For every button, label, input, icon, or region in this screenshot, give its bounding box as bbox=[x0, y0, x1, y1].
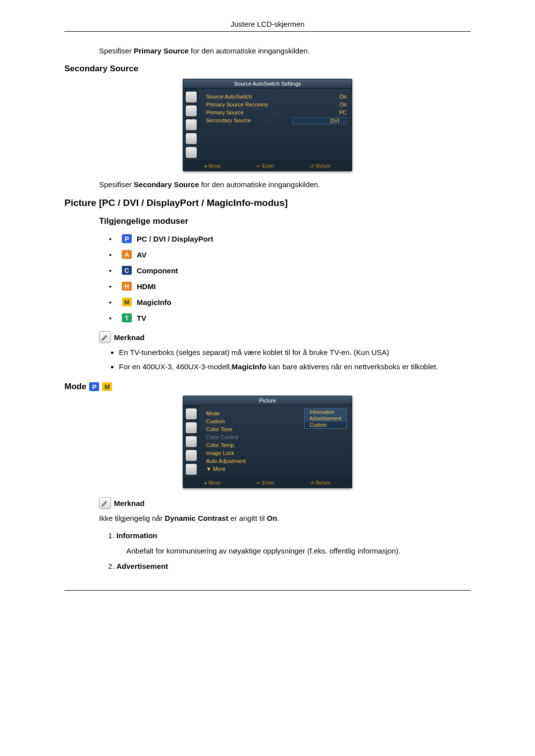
osd-title: Source AutoSwitch Settings bbox=[183, 79, 352, 89]
osd-dropdown-item: Custom bbox=[305, 422, 346, 428]
osd-dropdown: Information Advertisement Custom bbox=[304, 408, 347, 429]
mode-icon-m: M bbox=[102, 382, 112, 391]
note-heading: Merknad bbox=[99, 331, 471, 343]
mode-icon-p: P bbox=[89, 382, 99, 391]
mode-label: AV bbox=[137, 251, 147, 259]
osd-row: Color Temp. bbox=[206, 441, 347, 449]
osd-source-autoswitch: Source AutoSwitch Settings Source AutoSw… bbox=[64, 79, 471, 171]
secondary-source-text: Spesifiser Secondary Source for den auto… bbox=[99, 180, 471, 189]
osd-value: On bbox=[307, 94, 347, 100]
osd-dropdown-item: Advertisement bbox=[305, 415, 346, 422]
osd-row: Color Control bbox=[206, 433, 347, 441]
available-modes-heading: Tilgjengelige moduser bbox=[99, 216, 471, 226]
mode-item: A AV bbox=[109, 250, 471, 259]
note-heading: Merknad bbox=[99, 497, 471, 509]
note2-text: Ikke tilgjengelig når Dynamic Contrast e… bbox=[99, 514, 471, 522]
text-strong: Primary Source bbox=[134, 47, 189, 55]
osd-title: Picture bbox=[183, 396, 352, 405]
mode-label: Component bbox=[137, 266, 178, 275]
osd-side-icon bbox=[186, 147, 197, 158]
mode-item: C Component bbox=[109, 266, 471, 275]
osd-label: Mode bbox=[206, 410, 220, 416]
text-strong: On bbox=[267, 514, 277, 522]
mode-icon-t: T bbox=[122, 313, 132, 322]
mode-label: MagicInfo bbox=[137, 298, 171, 306]
osd-dropdown-item: Information bbox=[305, 409, 346, 415]
osd-side-icons bbox=[183, 89, 199, 161]
osd-footer: ♦ Move ↵ Enter ↺ Return bbox=[183, 478, 352, 488]
osd-side-icons bbox=[183, 405, 199, 478]
mode-heading: Mode bbox=[64, 382, 86, 392]
primary-source-text: Spesifiser Primary Source for den automa… bbox=[99, 47, 471, 55]
osd-picture: Picture Mode: Information Advertisement bbox=[64, 396, 471, 488]
pencil-icon bbox=[99, 331, 111, 343]
list-item-title: Advertisement bbox=[116, 562, 471, 570]
mode-item: M MagicInfo bbox=[109, 298, 471, 306]
osd-row: Secondary Source: DVI bbox=[206, 116, 347, 125]
mode-icon-h: H bbox=[122, 282, 132, 291]
mode-label: TV bbox=[137, 314, 146, 322]
mode-item: H HDMI bbox=[109, 282, 471, 291]
osd-value-selected: DVI bbox=[292, 117, 347, 124]
text: for den automatiske inngangskilden. bbox=[189, 47, 310, 55]
osd-side-icon bbox=[186, 436, 197, 447]
osd-label: Primary Source Recovery bbox=[206, 101, 268, 107]
mode-icon-a: A bbox=[122, 250, 132, 259]
note-bullet: En TV-tunerboks (selges separat) må være… bbox=[119, 347, 471, 357]
note-bullet: For en 400UX-3, 460UX-3-modell,MagicInfo… bbox=[119, 361, 471, 372]
text: Spesifiser bbox=[99, 180, 134, 189]
note-label: Merknad bbox=[114, 333, 145, 342]
note-bullets: En TV-tunerboks (selges separat) må være… bbox=[119, 347, 471, 372]
osd-footer: ♦ Move ↵ Enter ↺ Return bbox=[183, 161, 352, 171]
osd-value: PC bbox=[307, 109, 347, 115]
pencil-icon bbox=[99, 497, 111, 509]
footer-rule bbox=[64, 590, 471, 591]
note-label: Merknad bbox=[114, 499, 145, 507]
list-item: Advertisement bbox=[116, 562, 471, 570]
list-item-title: Information bbox=[116, 531, 471, 540]
mode-item: P PC / DVI / DisplayPort bbox=[109, 234, 471, 243]
osd-foot-return: ↺ Return bbox=[310, 480, 330, 486]
osd-row: Auto Adjustment bbox=[206, 457, 347, 465]
osd-side-icon bbox=[186, 133, 197, 144]
text-strong: Dynamic Contrast bbox=[165, 514, 228, 522]
osd-label: Primary Source bbox=[206, 109, 244, 115]
osd-side-icon bbox=[186, 450, 197, 461]
osd-row: Mode: Information Advertisement Custom bbox=[206, 409, 347, 417]
osd-foot-enter: ↵ Enter bbox=[257, 163, 274, 169]
text: for den automatiske inngangskilden. bbox=[199, 180, 320, 189]
mode-icon-c: C bbox=[122, 266, 132, 275]
text: Spesifiser bbox=[99, 47, 134, 55]
osd-row: Primary Source: PC bbox=[206, 108, 347, 116]
mode-label: PC / DVI / DisplayPort bbox=[137, 235, 213, 243]
mode-label: HDMI bbox=[137, 282, 156, 291]
osd-foot-return: ↺ Return bbox=[310, 163, 330, 169]
osd-foot-move: ♦ Move bbox=[205, 163, 221, 169]
secondary-source-heading: Secondary Source bbox=[64, 64, 471, 74]
page-header-title: Justere LCD-skjermen bbox=[64, 20, 471, 32]
mode-ordered-list: Information Anbefalt for kommunisering a… bbox=[116, 531, 471, 570]
osd-foot-enter: ↵ Enter bbox=[257, 480, 274, 486]
osd-value: On bbox=[307, 101, 347, 107]
picture-heading: Picture [PC / DVI / DisplayPort / MagicI… bbox=[64, 198, 471, 208]
osd-side-icon bbox=[186, 422, 197, 433]
osd-label: Secondary Source bbox=[206, 117, 251, 124]
text-strong: Secondary Source bbox=[134, 180, 199, 189]
osd-label: Source AutoSwitch bbox=[206, 94, 252, 100]
osd-side-icon bbox=[186, 408, 197, 419]
osd-row: Image Lock bbox=[206, 449, 347, 457]
osd-side-icon bbox=[186, 92, 197, 102]
list-item: Information Anbefalt for kommunisering a… bbox=[116, 531, 471, 555]
osd-side-icon bbox=[186, 464, 197, 475]
mode-icon-m: M bbox=[122, 298, 132, 306]
osd-side-icon bbox=[186, 105, 197, 116]
osd-row: ▼ More bbox=[206, 465, 347, 473]
mode-heading-row: Mode P M bbox=[64, 382, 471, 392]
mode-icon-p: P bbox=[122, 234, 132, 243]
osd-row: Source AutoSwitch: On bbox=[206, 93, 347, 101]
osd-row: Primary Source Recovery: On bbox=[206, 101, 347, 108]
list-item-desc: Anbefalt for kommunisering av nøyaktige … bbox=[126, 547, 471, 555]
modes-list: P PC / DVI / DisplayPort A AV C Componen… bbox=[109, 234, 471, 322]
osd-foot-move: ♦ Move bbox=[205, 480, 221, 486]
mode-item: T TV bbox=[109, 313, 471, 322]
